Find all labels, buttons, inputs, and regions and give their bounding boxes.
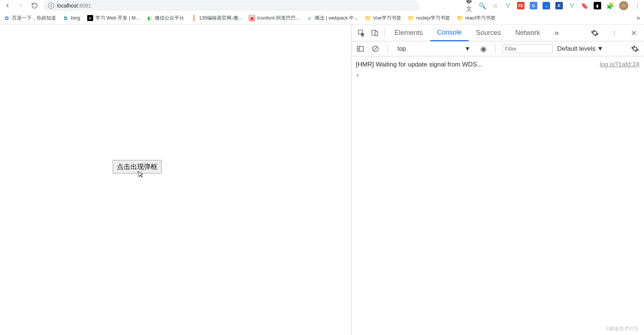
zoom-icon[interactable]: 🔍: [479, 2, 486, 9]
vue-devtools-icon[interactable]: V: [504, 2, 512, 9]
toolbar-right: �文 🔍 ☆ V FE G ⌄ K V 🔖 ▮ 🧩 ⋮: [466, 1, 641, 10]
ext-k-icon[interactable]: K: [555, 2, 563, 9]
ext-blue-icon[interactable]: ⌄: [543, 2, 550, 9]
bookmark-bing[interactable]: bbing: [63, 15, 80, 21]
ext-fe-icon[interactable]: FE: [517, 2, 525, 9]
bookmark-baidu[interactable]: ✿百度一下，你就知道: [4, 15, 56, 21]
console-log-line: [HMR] Waiting for update signal from WDS…: [356, 59, 639, 70]
log-levels-selector[interactable]: Default levels▼: [557, 45, 603, 53]
bookmark-135editor[interactable]: ┃135编辑器官网-微...: [191, 15, 242, 21]
tab-elements[interactable]: Elements: [388, 25, 429, 41]
bookmark-folder-react[interactable]: 📁react学习书签: [457, 15, 496, 21]
chevron-down-icon: ▼: [464, 45, 470, 52]
log-message: [HMR] Waiting for update signal from WDS…: [356, 61, 482, 68]
ext-dark-icon[interactable]: ▮: [594, 2, 601, 9]
clear-console-icon[interactable]: [370, 44, 381, 54]
devtools-settings-icon[interactable]: [588, 27, 601, 39]
bookmark-folder-vue[interactable]: 📁Vue学习书签: [365, 15, 401, 21]
tab-console[interactable]: Console: [430, 25, 469, 41]
bookmark-iconfont[interactable]: ▣Iconfont-阿里巴巴...: [249, 15, 299, 21]
back-button[interactable]: [3, 1, 12, 10]
tab-sources[interactable]: Sources: [469, 25, 508, 41]
console-sidebar-toggle-icon[interactable]: [355, 44, 366, 54]
star-icon[interactable]: ☆: [491, 2, 499, 9]
bookmarks-bar: ✿百度一下，你就知道 bbing ▪学习 Web 开发 | M... ◐微信公众…: [0, 11, 644, 25]
devtools-menu-icon[interactable]: ⋮: [608, 27, 621, 39]
tab-network[interactable]: Network: [508, 25, 547, 41]
readinglist-icon[interactable]: 🔖: [581, 2, 588, 9]
open-dialog-button[interactable]: 点击出现弹框: [113, 160, 162, 174]
extensions-icon[interactable]: 🧩: [606, 2, 614, 9]
bookmark-folder-nodejs[interactable]: 📁nodejs学习书签: [408, 15, 450, 21]
watermark: ©掘金技术社区: [606, 325, 639, 332]
live-expression-icon[interactable]: ◉: [478, 44, 488, 54]
console-body: [HMR] Waiting for update signal from WDS…: [351, 56, 644, 335]
context-selector[interactable]: top▼: [395, 44, 473, 54]
address-host: localhost:8081: [57, 3, 91, 9]
vue-icon[interactable]: V: [568, 2, 576, 9]
devtools-panel: Elements Console Sources Network » ⋮: [351, 25, 644, 335]
bookmarks-overflow-icon[interactable]: »: [636, 14, 640, 22]
devtools-close-icon[interactable]: [627, 27, 640, 39]
console-toolbar: top▼ ◉ Default levels▼: [351, 41, 644, 56]
ext-gtranslate-icon[interactable]: G: [530, 2, 537, 9]
log-source-link[interactable]: log.js?1afd:24: [600, 61, 639, 68]
tabs-overflow-icon[interactable]: »: [547, 24, 565, 42]
translate-icon[interactable]: �文: [466, 2, 473, 9]
profile-avatar[interactable]: [619, 1, 628, 10]
console-filter-input[interactable]: [502, 44, 553, 53]
chrome-menu-icon[interactable]: ⋮: [633, 2, 641, 9]
site-info-icon[interactable]: i: [48, 3, 54, 9]
svg-rect-2: [375, 32, 378, 36]
page-content: 点击出现弹框: [0, 25, 351, 335]
devtools-tabs: Elements Console Sources Network » ⋮: [351, 25, 644, 41]
inspect-element-icon[interactable]: [355, 27, 368, 39]
bookmark-mdn[interactable]: ▪学习 Web 开发 | M...: [87, 15, 140, 21]
chevron-down-icon: ▼: [597, 45, 603, 53]
device-toggle-icon[interactable]: [369, 27, 381, 39]
address-bar[interactable]: i localhost:8081: [44, 0, 419, 11]
bookmark-webpack[interactable]: ◈概念 | webpack 中...: [307, 15, 358, 21]
console-settings-icon[interactable]: [630, 44, 640, 54]
reload-button[interactable]: [30, 1, 39, 10]
console-prompt[interactable]: ›: [356, 70, 639, 80]
browser-toolbar: i localhost:8081 �文 🔍 ☆ V FE G ⌄ K V 🔖 ▮…: [0, 0, 644, 11]
forward-button[interactable]: [17, 1, 26, 10]
bookmark-wechat[interactable]: ◐微信公众平台: [147, 15, 184, 21]
